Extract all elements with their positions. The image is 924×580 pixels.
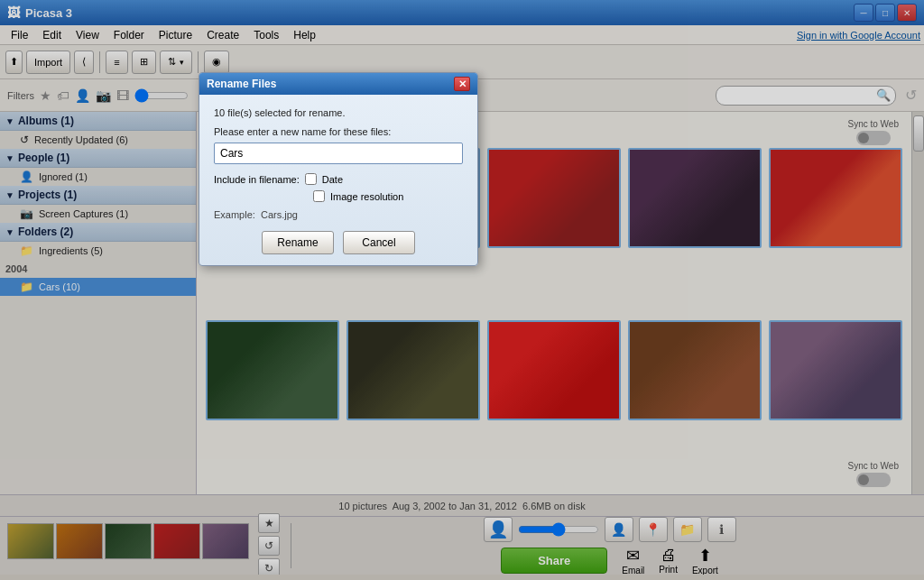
dialog-instruction-2: Please enter a new name for these files: — [214, 124, 463, 140]
date-checkbox-row: Include in filename: Date — [214, 173, 463, 185]
date-checkbox[interactable] — [305, 173, 317, 185]
dialog-title: Rename Files — [207, 78, 276, 90]
dialog-instruction-1: 10 file(s) selected for rename. — [214, 106, 463, 121]
dialog-close-button[interactable]: ✕ — [454, 77, 470, 91]
date-checkbox-label: Date — [322, 174, 343, 185]
resolution-checkbox[interactable] — [313, 190, 325, 202]
dialog-titlebar: Rename Files ✕ — [199, 73, 477, 95]
rename-input[interactable] — [214, 143, 463, 164]
rename-button[interactable]: Rename — [262, 231, 334, 254]
dialog-overlay: Rename Files ✕ 10 file(s) selected for r… — [0, 0, 924, 575]
dialog-body: 10 file(s) selected for rename. Please e… — [199, 95, 477, 265]
resolution-checkbox-row: Image resolution — [214, 190, 463, 202]
example-value: Cars.jpg — [261, 209, 298, 220]
resolution-checkbox-label: Image resolution — [330, 191, 403, 202]
include-label: Include in filename: — [214, 174, 300, 185]
rename-dialog: Rename Files ✕ 10 file(s) selected for r… — [199, 72, 478, 266]
dialog-buttons: Rename Cancel — [214, 231, 463, 254]
example-label: Example: — [214, 209, 255, 220]
cancel-button[interactable]: Cancel — [343, 231, 415, 254]
example-row: Example: Cars.jpg — [214, 209, 463, 220]
